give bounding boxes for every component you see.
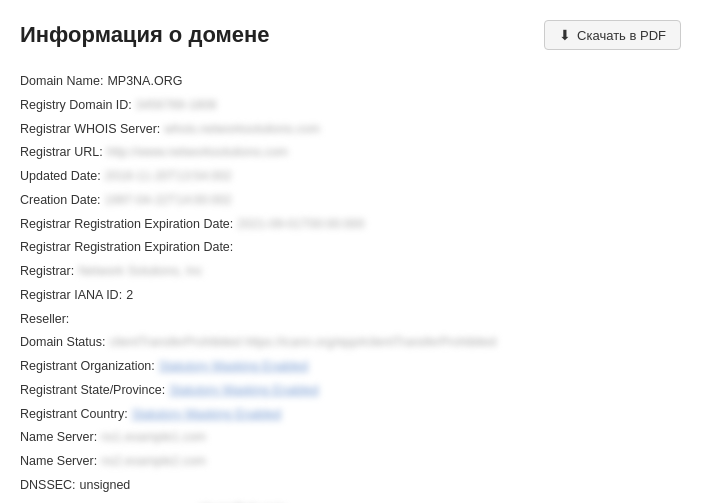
info-row: Registrar IANA ID:2 (20, 284, 681, 308)
field-label: Registrant Country: (20, 403, 128, 427)
field-label: DNSSEC: (20, 474, 76, 498)
field-label: Name Server: (20, 450, 97, 474)
field-value: abuse@ab.com (198, 498, 286, 504)
page-header: Информация о домене ⬇ Скачать в PDF (20, 20, 681, 50)
download-icon: ⬇ (559, 27, 571, 43)
field-value: 2021-09-01T00:00:000 (237, 213, 364, 237)
info-row: DNSSEC:unsigned (20, 474, 681, 498)
field-label: Registrant Organization: (20, 355, 155, 379)
field-value: Statutory Masking Enabled (132, 403, 281, 427)
field-label: Registrar URL: (20, 141, 103, 165)
field-value: Statutory Masking Enabled (159, 355, 308, 379)
field-label: Registrar Abuse Contact Email: (20, 498, 194, 504)
page-title: Информация о домене (20, 22, 270, 48)
info-row: Registrar:Network Solutions, Inc (20, 260, 681, 284)
domain-info-block: Domain Name:MP3NA.ORGRegistry Domain ID:… (20, 70, 681, 503)
info-row: Registrar WHOIS Server:whois.networksolu… (20, 118, 681, 142)
info-row: Registrant State/Province:Statutory Mask… (20, 379, 681, 403)
field-value: 2 (126, 284, 133, 308)
field-value: whois.networksolutions.com (164, 118, 320, 142)
field-value: unsigned (80, 474, 131, 498)
field-label: Reseller: (20, 308, 69, 332)
field-value: MP3NA.ORG (107, 70, 182, 94)
field-label: Registrar: (20, 260, 74, 284)
info-row: Reseller: (20, 308, 681, 332)
info-row: Creation Date:1997-04-22T14:00:002 (20, 189, 681, 213)
field-label: Updated Date: (20, 165, 101, 189)
download-button-label: Скачать в PDF (577, 28, 666, 43)
field-value: ns1.example1.com (101, 426, 206, 450)
field-label: Registrar Registration Expiration Date: (20, 236, 233, 260)
field-value: 1997-04-22T14:00:002 (105, 189, 232, 213)
info-row: Registrar Registration Expiration Date:2… (20, 213, 681, 237)
info-row: Name Server:ns2.example2.com (20, 450, 681, 474)
info-row: Updated Date:2018-11-20T13:54:002 (20, 165, 681, 189)
field-label: Registrant State/Province: (20, 379, 165, 403)
info-row: Name Server:ns1.example1.com (20, 426, 681, 450)
info-row: Registrar Abuse Contact Email:abuse@ab.c… (20, 498, 681, 504)
field-value: clientTransferProhibited https://icann.o… (109, 331, 496, 355)
info-row: Registrar Registration Expiration Date: (20, 236, 681, 260)
info-row: Registrant Country:Statutory Masking Ena… (20, 403, 681, 427)
field-value: Network Solutions, Inc (78, 260, 202, 284)
field-label: Registrar Registration Expiration Date: (20, 213, 233, 237)
field-label: Registry Domain ID: (20, 94, 132, 118)
field-value: http://www.networksolutions.com (107, 141, 288, 165)
info-row: Domain Status:clientTransferProhibited h… (20, 331, 681, 355)
field-label: Domain Status: (20, 331, 105, 355)
info-row: Domain Name:MP3NA.ORG (20, 70, 681, 94)
field-label: Creation Date: (20, 189, 101, 213)
info-row: Registrar URL:http://www.networksolution… (20, 141, 681, 165)
field-value: ns2.example2.com (101, 450, 206, 474)
download-pdf-button[interactable]: ⬇ Скачать в PDF (544, 20, 681, 50)
field-label: Name Server: (20, 426, 97, 450)
field-label: Registrar IANA ID: (20, 284, 122, 308)
field-value: 3456789-1808 (136, 94, 217, 118)
info-row: Registrant Organization:Statutory Maskin… (20, 355, 681, 379)
field-value: 2018-11-20T13:54:002 (105, 165, 232, 189)
info-row: Registry Domain ID:3456789-1808 (20, 94, 681, 118)
field-label: Domain Name: (20, 70, 103, 94)
field-label: Registrar WHOIS Server: (20, 118, 160, 142)
field-value: Statutory Masking Enabled (169, 379, 318, 403)
